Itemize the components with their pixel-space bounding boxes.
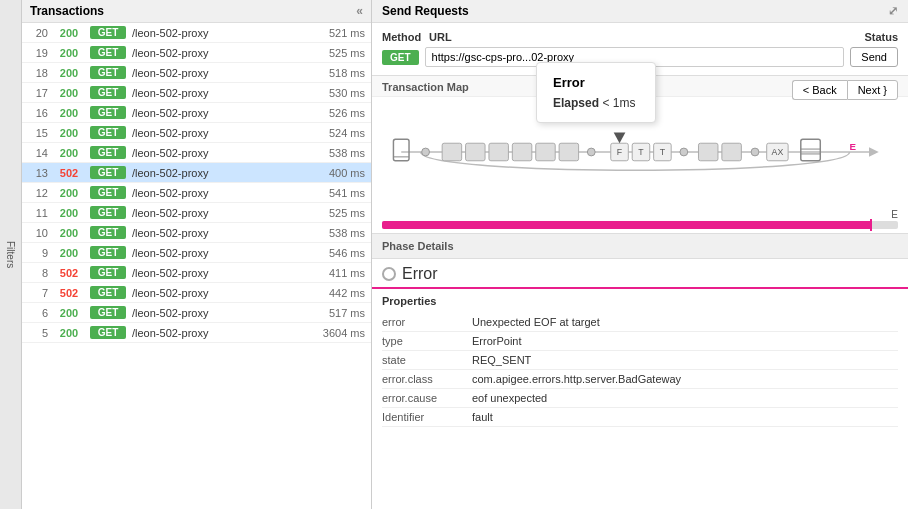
prop-value: eof unexpected [472,389,898,408]
properties-table: error Unexpected EOF at target type Erro… [382,313,898,427]
tx-time: 525 ms [310,207,365,219]
transactions-header: Transactions « [22,0,371,23]
table-row[interactable]: 14 200 GET /leon-502-proxy 538 ms [22,143,371,163]
tx-method: GET [90,166,126,179]
table-row[interactable]: 13 502 GET /leon-502-proxy 400 ms [22,163,371,183]
table-row[interactable]: 15 200 GET /leon-502-proxy 524 ms [22,123,371,143]
table-row[interactable]: 5 200 GET /leon-502-proxy 3604 ms [22,323,371,343]
tx-method: GET [90,286,126,299]
svg-text:E: E [850,141,857,152]
tx-path: /leon-502-proxy [132,187,304,199]
tx-num: 8 [28,267,48,279]
tx-path: /leon-502-proxy [132,207,304,219]
svg-text:AX: AX [772,147,784,157]
svg-point-4 [422,148,430,156]
tx-status: 200 [54,207,84,219]
tx-num: 7 [28,287,48,299]
next-button[interactable]: Next } [847,80,898,100]
error-tooltip-elapsed: Elapsed < 1ms [553,96,639,110]
tx-num: 20 [28,27,48,39]
tx-num: 12 [28,187,48,199]
tx-status: 502 [54,167,84,179]
tx-method: GET [90,146,126,159]
tx-time: 400 ms [310,167,365,179]
prop-value: com.apigee.errors.http.server.BadGateway [472,370,898,389]
tx-status: 200 [54,227,84,239]
tx-num: 16 [28,107,48,119]
tx-status: 200 [54,107,84,119]
table-row[interactable]: 20 200 GET /leon-502-proxy 521 ms [22,23,371,43]
tx-time: 517 ms [310,307,365,319]
tx-num: 14 [28,147,48,159]
table-row[interactable]: 12 200 GET /leon-502-proxy 541 ms [22,183,371,203]
table-row[interactable]: 9 200 GET /leon-502-proxy 546 ms [22,243,371,263]
table-row[interactable]: 10 200 GET /leon-502-proxy 538 ms [22,223,371,243]
tx-method: GET [90,86,126,99]
expand-icon[interactable]: ⤢ [888,4,898,18]
tx-path: /leon-502-proxy [132,267,304,279]
table-row[interactable]: 19 200 GET /leon-502-proxy 525 ms [22,43,371,63]
svg-rect-19 [698,143,717,161]
table-row[interactable]: 18 200 GET /leon-502-proxy 518 ms [22,63,371,83]
tx-time: 525 ms [310,47,365,59]
prop-value: fault [472,408,898,427]
svg-text:T: T [638,147,644,157]
table-row[interactable]: 8 502 GET /leon-502-proxy 411 ms [22,263,371,283]
tx-method: GET [90,246,126,259]
tx-path: /leon-502-proxy [132,47,304,59]
tx-time: 538 ms [310,147,365,159]
back-button[interactable]: < Back [792,80,847,100]
table-row[interactable]: 11 200 GET /leon-502-proxy 525 ms [22,203,371,223]
tx-path: /leon-502-proxy [132,27,304,39]
tx-method: GET [90,226,126,239]
map-nav-buttons: < Back Next } [792,80,898,100]
tx-status: 200 [54,127,84,139]
properties-section: Properties error Unexpected EOF at targe… [372,289,908,433]
svg-rect-20 [722,143,741,161]
svg-point-21 [751,148,759,156]
tx-time: 442 ms [310,287,365,299]
tx-status: 200 [54,47,84,59]
tx-status: 200 [54,307,84,319]
prop-value: ErrorPoint [472,332,898,351]
svg-rect-8 [512,143,531,161]
tx-method: GET [90,106,126,119]
svg-rect-5 [442,143,461,161]
table-row[interactable]: 16 200 GET /leon-502-proxy 526 ms [22,103,371,123]
tx-time: 526 ms [310,107,365,119]
progress-e-label: E [891,209,898,220]
tx-num: 11 [28,207,48,219]
prop-key: Identifier [382,408,472,427]
table-row[interactable]: 6 200 GET /leon-502-proxy 517 ms [22,303,371,323]
url-column-label: URL [429,31,856,43]
prop-value: Unexpected EOF at target [472,313,898,332]
tx-status: 200 [54,27,84,39]
tx-num: 19 [28,47,48,59]
send-method-badge: GET [382,50,419,65]
tx-path: /leon-502-proxy [132,67,304,79]
error-tooltip-title: Error [553,75,639,90]
prop-key: error.cause [382,389,472,408]
tx-status: 502 [54,267,84,279]
property-row: error Unexpected EOF at target [382,313,898,332]
tx-path: /leon-502-proxy [132,327,304,339]
tx-path: /leon-502-proxy [132,127,304,139]
tx-path: /leon-502-proxy [132,287,304,299]
tx-time: 538 ms [310,227,365,239]
tx-status: 200 [54,187,84,199]
tx-method: GET [90,26,126,39]
table-row[interactable]: 7 502 GET /leon-502-proxy 442 ms [22,283,371,303]
method-column-label: Method [382,31,421,43]
svg-rect-9 [536,143,555,161]
table-row[interactable]: 17 200 GET /leon-502-proxy 530 ms [22,83,371,103]
tx-num: 15 [28,127,48,139]
properties-title: Properties [382,295,898,307]
send-button[interactable]: Send [850,47,898,67]
svg-rect-10 [559,143,578,161]
prop-key: error [382,313,472,332]
collapse-icon[interactable]: « [356,4,363,18]
phase-title: Error [402,265,438,283]
tx-status: 200 [54,87,84,99]
property-row: state REQ_SENT [382,351,898,370]
tx-num: 13 [28,167,48,179]
